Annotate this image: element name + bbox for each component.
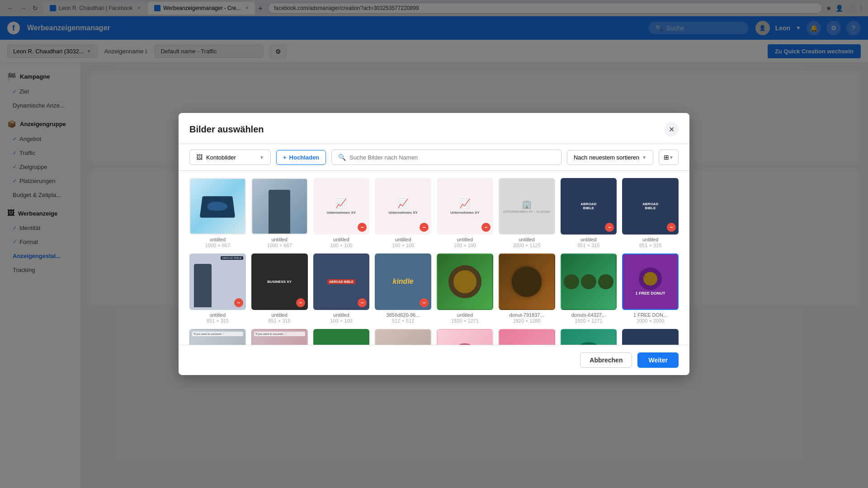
modal-title: Bilder auswählen [189, 124, 264, 135]
image-picker-modal: Bilder auswählen ✕ 🖼 Kontobilder ▼ + Hoc… [179, 113, 689, 375]
image-thumb-3[interactable]: 📈 Unternehmen XY − [313, 178, 370, 235]
image-dim-10: 851 × 315 [251, 318, 308, 324]
list-item[interactable]: donut-791837... 1920 × 1280 [499, 253, 555, 324]
list-item[interactable]: FREE COACHING untitled [313, 329, 370, 345]
image-thumb-22[interactable]: Delicious [499, 329, 555, 345]
image-thumb-19[interactable]: FREE COACHING [313, 329, 370, 345]
image-thumb-6[interactable]: 🏢 UNTERNEHMEN XY – SLOGAN! [499, 178, 555, 235]
image-thumb-23[interactable] [561, 329, 617, 345]
list-item[interactable]: untitled 1920 × 1271 [437, 253, 493, 324]
list-item[interactable]: untitled 1000 × 667 [189, 178, 246, 248]
image-thumb-1[interactable] [189, 178, 246, 235]
image-thumb-15[interactable] [561, 253, 617, 310]
image-thumb-9[interactable]: ABROAD BIBLE − [189, 253, 246, 310]
brand-text: Unternehmen XY [450, 211, 479, 215]
image-search-input[interactable] [349, 154, 555, 161]
modal-header: Bilder auswählen ✕ [179, 113, 689, 144]
image-thumb-5[interactable]: 📈 Unternehmen XY − [437, 178, 493, 235]
remove-badge-5[interactable]: − [481, 223, 491, 232]
list-item[interactable]: untitled [437, 329, 493, 345]
chart-icon: 📈 [335, 198, 347, 209]
brand-text: Unternehmen XY [388, 211, 417, 215]
list-item[interactable]: untitled [375, 329, 431, 345]
company-icon: 🏢 [522, 199, 532, 209]
kindle-text-12: kindle [393, 277, 414, 286]
list-item[interactable]: ABROAD BIBLE untitled [622, 329, 679, 345]
image-thumb-17[interactable]: "If you want to succeed..." [189, 329, 246, 345]
list-item[interactable]: 📈 Unternehmen XY − untitled 100 × 100 [437, 178, 493, 248]
image-thumb-8[interactable]: ABROADBIBLE − [622, 178, 679, 235]
list-item[interactable]: 🏢 UNTERNEHMEN XY – SLOGAN! untitled 2000… [499, 178, 555, 248]
image-thumb-16[interactable]: 1 FREE DONUT [622, 253, 679, 310]
brand-text: Unternehmen XY [327, 211, 356, 215]
image-name-4: untitled [375, 236, 431, 243]
remove-badge-3[interactable]: − [358, 223, 367, 232]
image-thumb-10[interactable]: BUSINESS XY − [251, 253, 308, 310]
image-thumb-21[interactable] [437, 329, 493, 345]
image-name-16: 1 FREE DON... [622, 312, 679, 318]
image-dim-4: 100 × 100 [375, 243, 431, 248]
upload-label: Hochladen [289, 154, 319, 161]
list-item[interactable]: "If you want to succeed..." untitled [251, 329, 308, 345]
image-name-1: untitled [189, 236, 246, 243]
abroad-badge-9: ABROAD BIBLE [221, 256, 243, 260]
continue-button[interactable]: Weiter [637, 352, 679, 368]
list-item[interactable]: ABROAD BIBLE − untitled 100 × 100 [313, 253, 370, 324]
source-icon: 🖼 [196, 154, 203, 161]
list-item[interactable]: Delicious untitled [499, 329, 555, 345]
list-item[interactable]: 📈 Unternehmen XY − untitled 100 × 100 [313, 178, 370, 248]
remove-badge-11[interactable]: − [358, 298, 367, 307]
image-thumb-20[interactable] [375, 329, 431, 345]
modal-close-button[interactable]: ✕ [664, 122, 679, 136]
image-dim-6: 2000 × 1125 [499, 243, 555, 248]
list-item[interactable]: 📈 Unternehmen XY − untitled 100 × 100 [375, 178, 431, 248]
image-dim-5: 100 × 100 [437, 243, 493, 248]
source-dropdown[interactable]: 🖼 Kontobilder ▼ [189, 150, 271, 165]
image-name-6: untitled [499, 236, 555, 243]
remove-badge-10[interactable]: − [296, 298, 305, 307]
image-name-11: untitled [313, 312, 370, 318]
image-name-9: untitled [189, 312, 246, 318]
image-name-5: untitled [437, 236, 493, 243]
image-thumb-11[interactable]: ABROAD BIBLE − [313, 253, 370, 310]
modal-toolbar: 🖼 Kontobilder ▼ + Hochladen 🔍 Nach neues… [179, 144, 689, 171]
list-item[interactable]: untitled 1000 × 667 [251, 178, 308, 248]
list-item[interactable]: ABROADBIBLE − untitled 851 × 315 [622, 178, 679, 248]
list-item[interactable]: ABROAD BIBLE − untitled 851 × 315 [189, 253, 246, 324]
remove-badge-12[interactable]: − [420, 298, 429, 307]
image-thumb-12[interactable]: kindle − [375, 253, 431, 310]
remove-badge-7[interactable]: − [605, 223, 614, 232]
list-item[interactable]: "If you want to succeed..." untitled [189, 329, 246, 345]
image-grid: untitled 1000 × 667 untitled 1000 × 667 [189, 178, 679, 345]
image-dim-7: 851 × 315 [561, 243, 617, 248]
remove-badge-4[interactable]: − [420, 223, 429, 232]
image-thumb-14[interactable] [499, 253, 555, 310]
image-name-13: untitled [437, 312, 493, 318]
image-thumb-7[interactable]: ABROADBIBLE − [561, 178, 617, 235]
modal-body: untitled 1000 × 667 untitled 1000 × 667 [179, 171, 689, 345]
modal-footer: Abbrechen Weiter [179, 345, 689, 375]
list-item[interactable]: kindle − 3856d620-96... 512 × 512 [375, 253, 431, 324]
image-name-2: untitled [251, 236, 308, 243]
cancel-button[interactable]: Abbrechen [580, 352, 632, 368]
image-name-15: donuts-64327... [561, 312, 617, 318]
image-thumb-24[interactable]: ABROAD BIBLE [622, 329, 679, 345]
remove-badge-8[interactable]: − [667, 223, 676, 232]
image-thumb-4[interactable]: 📈 Unternehmen XY − [375, 178, 431, 235]
upload-button[interactable]: + Hochladen [276, 150, 326, 165]
filter-icon: ⊞ [664, 154, 669, 161]
image-thumb-18[interactable]: "If you want to succeed..." [251, 329, 308, 345]
sort-dropdown[interactable]: Nach neuestem sortieren ▼ [567, 150, 653, 165]
list-item[interactable]: BUSINESS XY − untitled 851 × 315 [251, 253, 308, 324]
list-item[interactable]: 1 FREE DONUT 1 FREE DON... 2000 × 2000 [622, 253, 679, 324]
list-item[interactable]: ABROADBIBLE − untitled 851 × 315 [561, 178, 617, 248]
image-thumb-2[interactable] [251, 178, 308, 235]
sort-label: Nach neuestem sortieren [574, 154, 639, 161]
image-thumb-13[interactable] [437, 253, 493, 310]
filter-button[interactable]: ⊞ ▼ [659, 150, 679, 165]
modal-overlay[interactable]: Bilder auswählen ✕ 🖼 Kontobilder ▼ + Hoc… [0, 0, 868, 488]
remove-badge-9[interactable]: − [234, 298, 243, 307]
list-item[interactable]: donuts-64327... 1920 × 1271 [561, 253, 617, 324]
list-item[interactable]: untitled [561, 329, 617, 345]
source-label: Kontobilder [206, 154, 236, 161]
